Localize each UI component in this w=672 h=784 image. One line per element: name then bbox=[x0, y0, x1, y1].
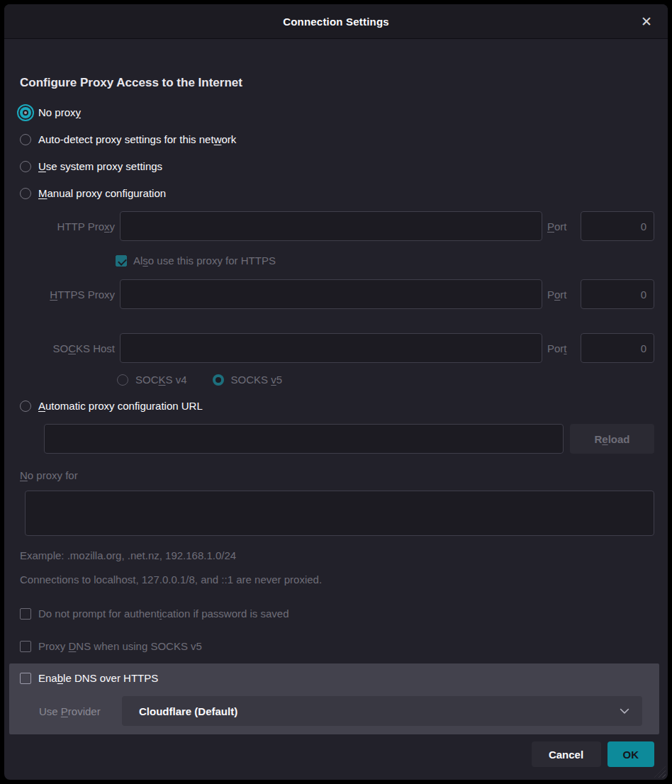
radio-label-auto-detect: Auto-detect proxy settings for this netw… bbox=[38, 133, 236, 147]
also-https-row[interactable]: Also use this proxy for HTTPS bbox=[116, 254, 654, 268]
https-port-label: Port bbox=[547, 289, 576, 301]
http-port-input[interactable] bbox=[581, 211, 654, 241]
close-icon: ✕ bbox=[641, 13, 652, 30]
proxy-dns-row[interactable]: Proxy DNS when using SOCKS v5 bbox=[20, 639, 654, 654]
socks-host-row: SOCKS Host Port bbox=[20, 333, 654, 363]
no-auth-prompt-checkbox[interactable] bbox=[20, 608, 31, 620]
https-port-input[interactable] bbox=[581, 279, 654, 309]
socks-host-input[interactable] bbox=[120, 333, 542, 363]
radio-row-system[interactable]: Use system proxy settings bbox=[20, 153, 654, 180]
https-proxy-label: HTTPS Proxy bbox=[20, 289, 115, 301]
doh-enable-checkbox[interactable] bbox=[20, 673, 31, 684]
http-proxy-row: HTTP Proxy Port bbox=[20, 211, 654, 241]
connection-settings-dialog: Connection Settings ✕ Configure Proxy Ac… bbox=[4, 4, 668, 780]
no-auth-prompt-label: Do not prompt for authentication if pass… bbox=[38, 607, 289, 621]
close-button[interactable]: ✕ bbox=[637, 11, 656, 31]
http-port-label: Port bbox=[547, 220, 576, 233]
socks-v5-group[interactable]: SOCKS v5 bbox=[213, 373, 283, 387]
cancel-button[interactable]: Cancel bbox=[532, 741, 601, 767]
doh-provider-value: Cloudflare (Default) bbox=[139, 705, 618, 717]
no-proxy-for-label: No proxy for bbox=[20, 469, 654, 483]
radio-label-manual: Manual proxy configuration bbox=[38, 186, 166, 201]
no-auth-prompt-row[interactable]: Do not prompt for authentication if pass… bbox=[20, 607, 654, 621]
proxy-dns-label: Proxy DNS when using SOCKS v5 bbox=[38, 639, 202, 654]
radio-button-auto-url[interactable] bbox=[20, 401, 31, 412]
auto-url-input[interactable] bbox=[44, 424, 564, 454]
proxy-mode-group: No proxy Auto-detect proxy settings for … bbox=[20, 99, 654, 207]
dialog-content: Configure Proxy Access to the Internet N… bbox=[4, 75, 668, 767]
http-proxy-input[interactable] bbox=[120, 211, 542, 241]
doh-enable-row[interactable]: Enable DNS over HTTPS bbox=[20, 671, 659, 686]
radio-label-socks-v4: SOCKS v4 bbox=[135, 373, 187, 387]
https-proxy-input[interactable] bbox=[120, 279, 542, 309]
dialog-titlebar: Connection Settings ✕ bbox=[4, 4, 668, 39]
no-proxy-for-textarea[interactable] bbox=[25, 491, 654, 536]
doh-highlight-section: Enable DNS over HTTPS Use Provider Cloud… bbox=[9, 663, 659, 734]
radio-label-auto-url: Automatic proxy configuration URL bbox=[38, 399, 203, 413]
ok-button[interactable]: OK bbox=[607, 741, 655, 767]
https-proxy-row: HTTPS Proxy Port bbox=[20, 279, 654, 309]
reload-button[interactable]: Reload bbox=[570, 424, 654, 454]
no-proxy-example-text: Example: .mozilla.org, .net.nz, 192.168.… bbox=[20, 549, 654, 563]
also-https-checkbox[interactable] bbox=[116, 255, 127, 267]
radio-button-system[interactable] bbox=[20, 161, 31, 172]
radio-row-no-proxy[interactable]: No proxy bbox=[20, 99, 654, 126]
section-heading: Configure Proxy Access to the Internet bbox=[20, 75, 654, 91]
doh-provider-row: Use Provider Cloudflare (Default) bbox=[20, 696, 659, 726]
chevron-down-icon bbox=[618, 705, 631, 717]
proxy-dns-checkbox[interactable] bbox=[20, 641, 31, 652]
radio-button-auto-detect[interactable] bbox=[20, 134, 31, 145]
radio-row-auto-url[interactable]: Automatic proxy configuration URL bbox=[20, 393, 654, 420]
socks-host-label: SOCKS Host bbox=[20, 342, 115, 354]
dialog-title: Connection Settings bbox=[283, 16, 389, 28]
radio-row-manual[interactable]: Manual proxy configuration bbox=[20, 180, 654, 207]
radio-label-no-proxy: No proxy bbox=[38, 106, 81, 120]
radio-label-system: Use system proxy settings bbox=[38, 159, 162, 174]
localhost-note-text: Connections to localhost, 127.0.0.1/8, a… bbox=[20, 573, 654, 587]
resize-grip[interactable] bbox=[654, 766, 666, 778]
also-https-label: Also use this proxy for HTTPS bbox=[133, 254, 276, 268]
socks-port-input[interactable] bbox=[581, 333, 654, 363]
doh-provider-dropdown[interactable]: Cloudflare (Default) bbox=[122, 696, 642, 726]
socks-version-row: SOCKS v4 SOCKS v5 bbox=[117, 370, 654, 390]
radio-label-socks-v5: SOCKS v5 bbox=[231, 373, 283, 387]
radio-button-socks-v4[interactable] bbox=[117, 374, 128, 386]
dialog-footer: Cancel OK bbox=[20, 741, 654, 767]
auto-url-row: Reload bbox=[44, 424, 654, 454]
socks-port-label: Port bbox=[547, 342, 576, 354]
radio-button-socks-v5[interactable] bbox=[213, 374, 224, 386]
radio-row-auto-detect[interactable]: Auto-detect proxy settings for this netw… bbox=[20, 126, 654, 153]
radio-button-manual[interactable] bbox=[20, 188, 31, 199]
doh-provider-label: Use Provider bbox=[39, 705, 122, 717]
doh-enable-label: Enable DNS over HTTPS bbox=[38, 671, 158, 685]
radio-button-no-proxy[interactable] bbox=[20, 107, 31, 118]
http-proxy-label: HTTP Proxy bbox=[20, 220, 115, 233]
